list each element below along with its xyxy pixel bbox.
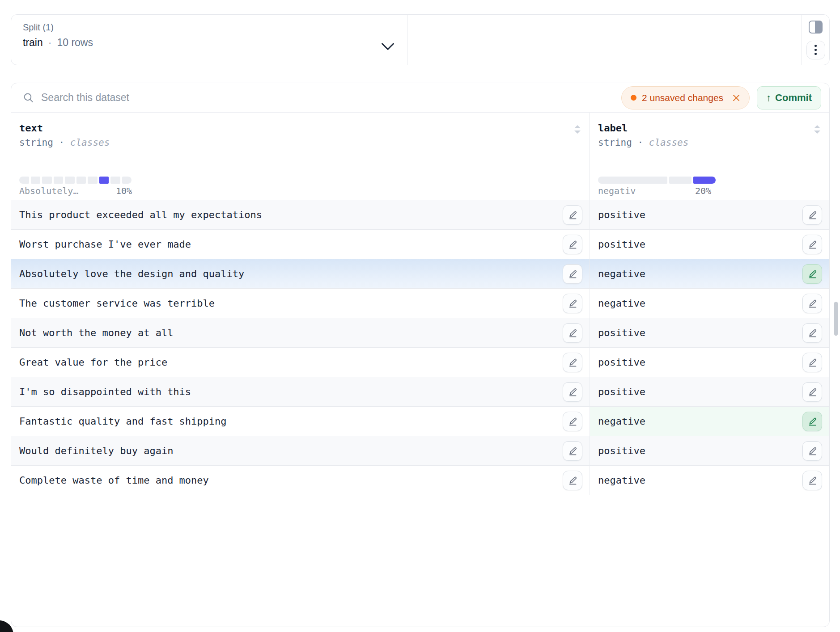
text-value: This product exceeded all my expectation… xyxy=(19,209,262,220)
separator-dot: · xyxy=(48,37,52,49)
label-value: positive xyxy=(598,445,645,456)
text-cell[interactable]: I'm so disappointed with this xyxy=(11,377,590,406)
histogram-active-percent: 20% xyxy=(695,185,711,196)
label-cell[interactable]: positive xyxy=(590,230,829,259)
sort-icon[interactable] xyxy=(573,124,581,135)
toolbar: 2 unsaved changes ↑ Commit xyxy=(11,83,829,113)
more-options-button[interactable] xyxy=(806,41,825,59)
class-histogram xyxy=(19,177,132,184)
histogram-segment xyxy=(693,177,716,184)
histogram-segment xyxy=(110,177,120,184)
topbar-actions xyxy=(802,15,829,65)
pencil-icon xyxy=(568,299,577,308)
histogram-min-label: negativ xyxy=(598,185,636,196)
edit-label-button[interactable] xyxy=(802,264,822,284)
histogram-segment xyxy=(54,177,64,184)
unsaved-changes-badge: 2 unsaved changes xyxy=(621,86,750,110)
histogram-segment xyxy=(669,177,692,184)
label-value: negative xyxy=(598,475,645,486)
text-cell[interactable]: Fantastic quality and fast shipping xyxy=(11,407,590,436)
table-row: I'm so disappointed with this positive xyxy=(11,377,829,407)
histogram-segment xyxy=(42,177,52,184)
label-cell[interactable]: positive xyxy=(590,318,829,347)
pencil-icon xyxy=(808,211,817,220)
pencil-icon xyxy=(568,388,577,397)
split-label: Split (1) xyxy=(23,22,395,33)
table-header: text string · classes Absolutely… 10% la… xyxy=(11,113,829,200)
label-value: positive xyxy=(598,386,645,397)
histogram-segment xyxy=(122,177,132,184)
pencil-icon xyxy=(568,447,577,456)
split-selector[interactable]: Split (1) train · 10 rows xyxy=(11,15,407,65)
label-cell[interactable]: positive xyxy=(590,200,829,229)
column-header-label[interactable]: label string · classes negativ 20% xyxy=(590,113,829,200)
commit-label: Commit xyxy=(775,92,812,104)
dismiss-changes-icon[interactable] xyxy=(732,94,740,102)
text-value: Absolutely love the design and quality xyxy=(19,268,244,279)
histogram-segment xyxy=(88,177,98,184)
edit-label-button[interactable] xyxy=(802,382,822,402)
column-type: string · classes xyxy=(19,137,581,148)
text-cell[interactable]: Great value for the price xyxy=(11,348,590,377)
edit-label-button[interactable] xyxy=(802,323,822,343)
panel-toggle-icon[interactable] xyxy=(809,21,823,34)
text-cell[interactable]: Absolutely love the design and quality xyxy=(11,259,590,288)
label-value: negative xyxy=(598,298,645,309)
text-cell[interactable]: Complete waste of time and money xyxy=(11,466,590,495)
edit-label-button[interactable] xyxy=(802,353,822,372)
edit-text-button[interactable] xyxy=(563,353,582,372)
edit-label-button[interactable] xyxy=(802,294,822,313)
edit-label-button[interactable] xyxy=(802,412,822,431)
sort-icon[interactable] xyxy=(813,124,821,135)
pencil-icon xyxy=(808,270,817,279)
pencil-icon xyxy=(568,270,577,279)
edit-label-button[interactable] xyxy=(802,441,822,461)
label-cell[interactable]: negative xyxy=(590,407,829,436)
label-cell[interactable]: positive xyxy=(590,436,829,465)
edit-text-button[interactable] xyxy=(563,323,582,343)
label-cell[interactable]: negative xyxy=(590,259,829,288)
edit-text-button[interactable] xyxy=(563,471,582,490)
edit-text-button[interactable] xyxy=(563,205,582,225)
vertical-scrollbar[interactable] xyxy=(834,302,838,336)
edit-text-button[interactable] xyxy=(563,412,582,431)
text-cell[interactable]: This product exceeded all my expectation… xyxy=(11,200,590,229)
pencil-icon xyxy=(568,211,577,220)
column-header-text[interactable]: text string · classes Absolutely… 10% xyxy=(11,113,590,200)
table-row: Would definitely buy again positive xyxy=(11,436,829,466)
commit-arrow-icon: ↑ xyxy=(766,92,771,104)
pencil-icon xyxy=(808,358,817,367)
label-value: positive xyxy=(598,357,645,368)
edit-text-button[interactable] xyxy=(563,264,582,284)
histogram-segment xyxy=(19,177,29,184)
label-value: positive xyxy=(598,239,645,250)
edit-label-button[interactable] xyxy=(802,235,822,254)
text-cell[interactable]: The customer service was terrible xyxy=(11,289,590,318)
label-cell[interactable]: negative xyxy=(590,466,829,495)
label-cell[interactable]: positive xyxy=(590,348,829,377)
text-cell[interactable]: Not worth the money at all xyxy=(11,318,590,347)
label-cell[interactable]: negative xyxy=(590,289,829,318)
commit-button[interactable]: ↑ Commit xyxy=(757,86,821,110)
text-cell[interactable]: Would definitely buy again xyxy=(11,436,590,465)
class-histogram xyxy=(598,177,716,184)
search-icon xyxy=(23,92,34,103)
edit-label-button[interactable] xyxy=(802,471,822,490)
histogram-segment xyxy=(99,177,109,184)
label-value: positive xyxy=(598,209,645,220)
pencil-icon xyxy=(568,417,577,426)
text-value: Worst purchase I've ever made xyxy=(19,239,191,250)
label-cell[interactable]: positive xyxy=(590,377,829,406)
search-input[interactable] xyxy=(41,92,614,104)
label-value: negative xyxy=(598,416,645,427)
edit-label-button[interactable] xyxy=(802,205,822,225)
edit-text-button[interactable] xyxy=(563,441,582,461)
text-cell[interactable]: Worst purchase I've ever made xyxy=(11,230,590,259)
edit-text-button[interactable] xyxy=(563,235,582,254)
split-selector-bar: Split (1) train · 10 rows xyxy=(11,14,830,65)
edit-text-button[interactable] xyxy=(563,382,582,402)
column-type: string · classes xyxy=(598,137,820,148)
text-value: Complete waste of time and money xyxy=(19,475,209,486)
edit-text-button[interactable] xyxy=(563,294,582,313)
table-row: Not worth the money at all positive xyxy=(11,318,829,348)
